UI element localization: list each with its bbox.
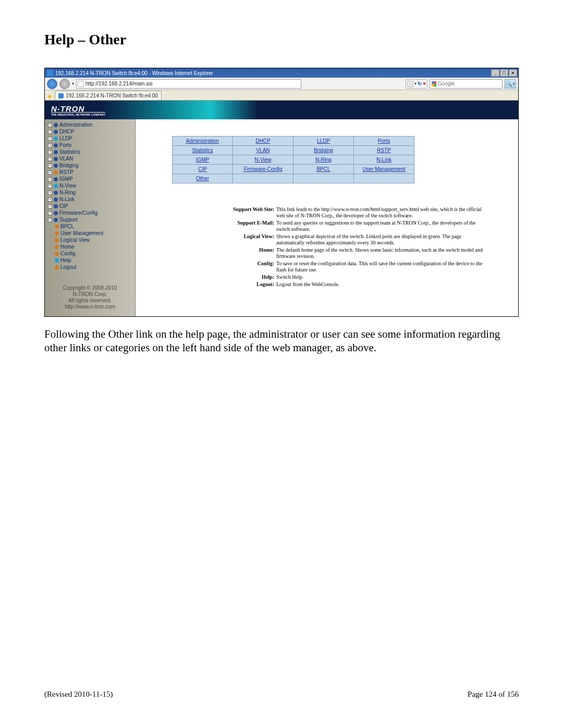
expand-icon[interactable]: + <box>48 211 52 215</box>
expand-icon[interactable]: + <box>48 191 52 195</box>
address-controls: ▾ ↻ × <box>406 79 427 89</box>
sidebar-item-ports[interactable]: +Ports <box>48 142 132 149</box>
definition-term: Support E-Mail: <box>224 220 276 232</box>
folder-icon <box>55 245 59 249</box>
sidebar-item-statistics[interactable]: +Statistics <box>48 149 132 155</box>
sidebar-item-igmp[interactable]: +IGMP <box>48 176 132 182</box>
sidebar-item-label: CIP <box>59 203 68 209</box>
expand-icon[interactable]: + <box>48 177 52 181</box>
sidebar-item-lldp[interactable]: +LLDP <box>48 135 132 142</box>
expand-icon[interactable]: + <box>48 204 52 208</box>
sidebar-item-rstp[interactable]: +RSTP <box>48 169 132 176</box>
maximize-button[interactable]: □ <box>500 69 508 77</box>
folder-icon <box>54 123 58 127</box>
expand-icon[interactable]: + <box>48 198 52 202</box>
sidebar-item-bpcl[interactable]: BPCL <box>48 223 132 230</box>
definition-term: Support Web Site: <box>224 206 276 219</box>
sidebar-item-label: Firmware/Config <box>59 209 97 216</box>
definition-row: Support Web Site:This link leads to the … <box>224 206 485 219</box>
address-text: http://192.168.2.214/main.ssi <box>85 81 152 87</box>
grid-link[interactable]: Administration <box>186 138 219 144</box>
navbar-dropdown-icon[interactable]: ▾ <box>72 81 74 86</box>
sidebar-item-label: Bridging <box>59 162 79 169</box>
sidebar-item-support[interactable]: +Support <box>48 216 132 223</box>
stop-button[interactable]: × <box>423 81 426 87</box>
grid-link[interactable]: IGMP <box>196 157 210 163</box>
grid-link[interactable]: Other <box>196 176 209 181</box>
sidebar-item-administration[interactable]: +Administration <box>48 121 132 128</box>
tab-label: 192.168.2.214 N-TRON Switch fb:e4:00 <box>66 93 158 98</box>
grid-link[interactable]: N-View <box>254 157 271 163</box>
expand-icon[interactable]: + <box>48 184 52 188</box>
browser-tab[interactable]: 192.168.2.214 N-TRON Switch fb:e4:00 <box>55 91 162 100</box>
refresh-button[interactable]: ↻ <box>418 81 422 87</box>
folder-icon <box>54 177 58 181</box>
sidebar-item-n-view[interactable]: +N-View <box>48 182 132 189</box>
expand-icon[interactable]: + <box>48 137 52 141</box>
google-icon <box>432 81 436 87</box>
sidebar-item-logical-view[interactable]: Logical View <box>48 237 132 243</box>
grid-link[interactable]: N-Ring <box>315 157 332 163</box>
sidebar-item-cip[interactable]: +CIP <box>48 203 132 209</box>
sidebar-item-config[interactable]: Config <box>48 250 132 257</box>
grid-link[interactable]: DHCP <box>255 138 270 144</box>
grid-empty <box>293 174 354 183</box>
sidebar-item-home[interactable]: Home <box>48 243 132 250</box>
sidebar-item-label: Support <box>59 216 78 223</box>
sidebar-item-logout[interactable]: Logout <box>48 264 132 270</box>
grid-link[interactable]: Bridging <box>314 147 333 153</box>
sidebar-item-label: User Management <box>60 230 103 237</box>
page-title: Help – Other <box>44 31 519 48</box>
sidebar-item-dhcp[interactable]: +DHCP <box>48 128 132 135</box>
grid-link[interactable]: LLDP <box>317 138 330 144</box>
minimize-button[interactable]: _ <box>491 69 499 77</box>
expand-icon[interactable]: + <box>48 143 52 147</box>
forward-button[interactable] <box>59 79 70 89</box>
favorites-icon[interactable]: ★ <box>47 93 53 100</box>
expand-icon[interactable]: + <box>48 123 52 127</box>
grid-link[interactable]: RSTP <box>377 147 391 153</box>
grid-link[interactable]: Firmware-Config <box>244 166 283 172</box>
search-dropdown-icon[interactable]: ▾ <box>513 82 515 86</box>
expand-icon[interactable]: + <box>48 164 52 168</box>
expand-icon[interactable]: + <box>48 150 52 154</box>
sidebar-item-n-link[interactable]: +N-Link <box>48 196 132 203</box>
search-box[interactable] <box>430 79 503 89</box>
sidebar-item-user-management[interactable]: User Management <box>48 230 132 237</box>
sidebar-item-n-ring[interactable]: +N-Ring <box>48 189 132 196</box>
folder-icon <box>54 164 58 168</box>
compat-icon[interactable] <box>407 81 413 87</box>
sidebar-item-label: Config <box>60 250 76 257</box>
expand-icon[interactable]: + <box>48 170 52 175</box>
sidebar-item-vlan[interactable]: +VLAN <box>48 155 132 162</box>
definition-desc: To send any queries or suggestions to th… <box>276 220 485 232</box>
expand-icon[interactable]: + <box>48 130 52 134</box>
grid-link[interactable]: VLAN <box>256 147 270 153</box>
expand-icon[interactable]: + <box>48 218 52 222</box>
grid-link[interactable]: CIP <box>198 166 207 172</box>
sidebar: +Administration+DHCP+LLDP+Ports+Statisti… <box>45 119 136 316</box>
folder-icon <box>55 258 59 263</box>
search-input[interactable] <box>438 81 500 87</box>
address-bar[interactable]: http://192.168.2.214/main.ssi <box>76 79 301 89</box>
definition-desc: This link leads to the http://www.n-tron… <box>276 206 485 219</box>
definition-desc: The default home page of the switch. Sho… <box>276 247 485 260</box>
grid-link[interactable]: N-Link <box>376 157 391 163</box>
grid-link[interactable]: Statistics <box>192 147 213 153</box>
expand-icon[interactable]: + <box>48 157 52 161</box>
folder-icon <box>54 157 58 161</box>
sidebar-item-help[interactable]: Help <box>48 257 132 264</box>
page-footer: (Revised 2010-11-15) Page 124 of 156 <box>44 690 519 699</box>
back-button[interactable] <box>47 79 57 89</box>
close-button[interactable]: × <box>509 69 517 77</box>
folder-icon <box>55 265 59 269</box>
sidebar-item-firmware-config[interactable]: +Firmware/Config <box>48 209 132 216</box>
grid-link[interactable]: Ports <box>378 138 390 144</box>
grid-link[interactable]: User Management <box>362 166 405 172</box>
search-button[interactable]: 🔍 ▾ <box>505 79 516 89</box>
grid-link[interactable]: BPCL <box>316 166 330 172</box>
app-body: +Administration+DHCP+LLDP+Ports+Statisti… <box>45 119 518 316</box>
sidebar-item-label: N-Ring <box>59 189 76 196</box>
address-dropdown-icon[interactable]: ▾ <box>414 81 417 86</box>
sidebar-item-bridging[interactable]: +Bridging <box>48 162 132 169</box>
